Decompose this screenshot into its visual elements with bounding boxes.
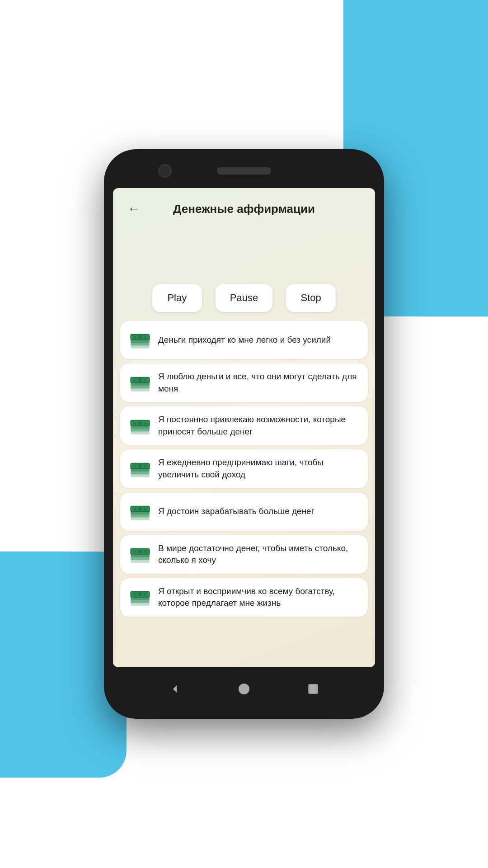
svg-rect-54 xyxy=(133,593,136,596)
nav-home-button[interactable] xyxy=(235,680,253,698)
svg-rect-46 xyxy=(133,550,136,553)
speaker-grille xyxy=(217,167,271,175)
back-arrow-icon: ← xyxy=(127,203,140,215)
affirmation-text: Я люблю деньги и все, что они могут сдел… xyxy=(158,371,360,395)
list-item[interactable]: В мире достаточно денег, чтобы иметь сто… xyxy=(120,535,368,574)
svg-rect-55 xyxy=(144,593,146,596)
money-icon xyxy=(128,414,152,438)
money-icon xyxy=(128,457,152,481)
nav-back-button[interactable] xyxy=(166,680,184,698)
affirmation-text: Я достоин зарабатывать больше денег xyxy=(158,505,314,518)
money-icon xyxy=(128,371,152,395)
svg-rect-38 xyxy=(133,507,136,510)
stop-button[interactable]: Stop xyxy=(286,284,336,312)
svg-rect-39 xyxy=(144,507,146,510)
phone-bottom-bar xyxy=(104,671,384,707)
list-item[interactable]: Я постоянно привлекаю возможности, котор… xyxy=(120,406,368,445)
camera-dot xyxy=(158,164,172,178)
screen-header: ← Денежные аффирмации xyxy=(113,188,375,226)
phone-device: ← Денежные аффирмации Play Pause Stop Де… xyxy=(104,149,384,719)
list-item[interactable]: Я достоин зарабатывать больше денег xyxy=(120,493,368,531)
money-icon xyxy=(128,500,152,524)
svg-point-45 xyxy=(138,550,142,553)
svg-rect-31 xyxy=(144,465,146,467)
svg-rect-22 xyxy=(133,421,136,424)
list-item[interactable]: Деньги приходят ко мне легко и без усили… xyxy=(120,321,368,359)
money-icon xyxy=(128,328,152,352)
svg-point-5 xyxy=(138,335,142,339)
pause-button[interactable]: Pause xyxy=(216,284,272,312)
phone-top-bar xyxy=(104,157,384,184)
affirmation-text: Я ежедневно предпринимаю шаги, чтобы уве… xyxy=(158,457,360,481)
play-button[interactable]: Play xyxy=(152,284,202,312)
affirmation-text: Деньги приходят ко мне легко и без усили… xyxy=(158,334,331,346)
nav-recents-button[interactable] xyxy=(304,680,322,698)
svg-point-37 xyxy=(138,507,142,510)
svg-rect-6 xyxy=(133,336,136,339)
svg-point-13 xyxy=(138,378,142,382)
list-item[interactable]: Я люблю деньги и все, что они могут сдел… xyxy=(120,363,368,402)
affirmation-text: Я открыт и восприимчив ко всему богатств… xyxy=(158,585,360,609)
svg-rect-7 xyxy=(144,336,146,339)
affirmations-list: Деньги приходят ко мне легко и без усили… xyxy=(113,321,375,667)
svg-point-57 xyxy=(239,684,249,694)
back-button[interactable]: ← xyxy=(124,199,144,219)
phone-screen: ← Денежные аффирмации Play Pause Stop Де… xyxy=(113,188,375,667)
svg-marker-56 xyxy=(173,685,177,693)
page-title: Денежные аффирмации xyxy=(144,202,344,216)
svg-point-29 xyxy=(138,464,142,468)
svg-point-21 xyxy=(138,421,142,425)
playback-controls: Play Pause Stop xyxy=(113,280,375,321)
svg-rect-14 xyxy=(133,378,136,381)
svg-rect-30 xyxy=(133,465,136,467)
list-item[interactable]: Я открыт и восприимчив ко всему богатств… xyxy=(120,578,368,617)
affirmation-text: Я постоянно привлекаю возможности, котор… xyxy=(158,414,360,438)
visual-area xyxy=(113,226,375,280)
svg-point-53 xyxy=(138,593,142,596)
money-icon xyxy=(128,585,152,609)
list-item[interactable]: Я ежедневно предпринимаю шаги, чтобы уве… xyxy=(120,449,368,488)
svg-rect-58 xyxy=(309,684,318,693)
svg-rect-23 xyxy=(144,421,146,424)
svg-rect-15 xyxy=(144,378,146,381)
money-icon xyxy=(128,542,152,566)
affirmation-text: В мире достаточно денег, чтобы иметь сто… xyxy=(158,542,360,566)
svg-rect-47 xyxy=(144,550,146,553)
